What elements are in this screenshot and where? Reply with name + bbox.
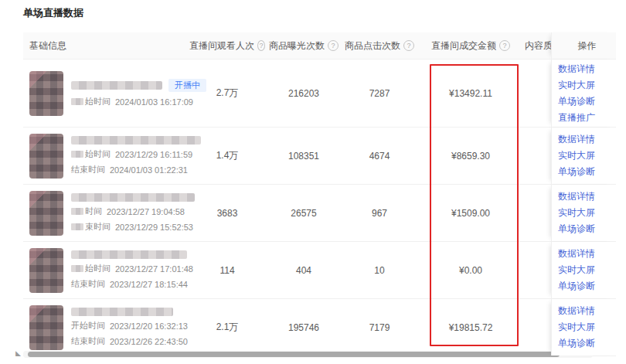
- scroll-corner-handle-icon[interactable]: ◢: [15, 349, 21, 357]
- action-link[interactable]: 实时大屏: [558, 262, 616, 278]
- table-row: 开始时间2023/12/20 16:32:13结束时间2023/12/26 22…: [23, 299, 616, 356]
- time-label: 结束时间: [71, 335, 105, 347]
- info-question-icon[interactable]: ?: [403, 40, 414, 51]
- column-header: 内容质量: [525, 32, 551, 59]
- live-data-page: 单场直播数据 基础信息直播间观看人次?商品曝光次数?商品点击次数?直播间成交金额…: [0, 0, 626, 364]
- live-cover-thumbnail: [29, 191, 63, 236]
- time-label: 始时间: [85, 96, 111, 107]
- action-link[interactable]: 数据详情: [558, 61, 616, 77]
- table-row: 始时间2023/12/27 17:01:48结束时间2023/12/27 18:…: [23, 242, 616, 299]
- time-value: 2024/01/03 16:17:09: [115, 97, 193, 107]
- action-link[interactable]: 直播推广: [558, 110, 616, 126]
- session-time-line: 开始时间2023/12/20 16:32:13: [71, 320, 188, 332]
- column-header: 商品曝光次数?: [265, 32, 342, 59]
- action-link[interactable]: 单场诊断: [558, 221, 616, 237]
- action-link[interactable]: 数据详情: [558, 246, 616, 262]
- views-value: 2.7万: [189, 60, 265, 127]
- row-actions-cell: 数据详情实时大屏单场诊断: [551, 128, 616, 184]
- clicks-value: 4674: [342, 128, 417, 184]
- time-label: 束时间: [85, 221, 111, 233]
- column-header: 直播间成交金额?: [417, 32, 525, 59]
- session-info-lines: 始时间2023/12/29 16:11:59结束时间2024/01/03 01:…: [71, 136, 201, 175]
- column-header-label: 基础信息: [29, 39, 66, 53]
- column-header: 操作: [551, 32, 616, 59]
- table-row: 开播中 始时间2024/01/03 16:17:09 2.7万 216203 7…: [23, 60, 616, 128]
- session-info-lines: 开播中 始时间2024/01/03 16:17:09: [71, 79, 206, 107]
- live-cover-thumbnail: [29, 305, 63, 350]
- action-link[interactable]: 实时大屏: [558, 148, 616, 164]
- content-quality-cell: [525, 299, 551, 355]
- table-row: 始时间2023/12/29 16:11:59结束时间2024/01/03 01:…: [23, 128, 616, 185]
- gmv-value: ¥19815.72: [417, 299, 525, 355]
- action-link[interactable]: 单场诊断: [558, 164, 616, 180]
- column-header: 基础信息: [23, 32, 189, 59]
- row-actions-cell: 数据详情实时大屏单场诊断: [551, 185, 616, 241]
- blurred-label-fragment: [71, 223, 83, 230]
- session-title-line: [71, 250, 193, 259]
- info-question-icon[interactable]: ?: [328, 40, 339, 51]
- table-row: 时间2023/12/27 19:04:58束时间2023/12/29 15:52…: [23, 185, 616, 242]
- blurred-label-fragment: [71, 98, 83, 105]
- action-link[interactable]: 实时大屏: [558, 77, 616, 94]
- action-link[interactable]: 单场诊断: [558, 94, 616, 110]
- content-quality-cell: [525, 185, 551, 241]
- time-value: 2023/12/29 15:52:53: [115, 223, 193, 232]
- clicks-value: 7179: [342, 299, 417, 355]
- time-value: 2023/12/27 17:01:48: [115, 264, 193, 274]
- time-value: 2023/12/29 16:11:59: [115, 150, 192, 159]
- time-label: 始时间: [85, 263, 111, 274]
- time-value: 2024/01/03 01:22:31: [110, 165, 188, 175]
- session-title-line: [71, 193, 195, 202]
- blurred-session-title: [71, 308, 173, 316]
- action-link[interactable]: 数据详情: [558, 131, 616, 148]
- action-link[interactable]: 数据详情: [558, 189, 616, 205]
- horizontal-scrollbar-thumb[interactable]: [28, 352, 560, 357]
- clicks-value: 10: [342, 242, 417, 298]
- table-body: 开播中 始时间2024/01/03 16:17:09 2.7万 216203 7…: [23, 60, 616, 356]
- time-value: 2023/12/27 18:15:44: [110, 280, 188, 289]
- session-info-cell: 始时间2023/12/27 17:01:48结束时间2023/12/27 18:…: [23, 242, 189, 298]
- gmv-value: ¥0.00: [417, 242, 525, 298]
- exposure-value: 404: [265, 242, 342, 298]
- time-label: 结束时间: [71, 164, 105, 175]
- time-value: 2023/12/20 16:32:13: [110, 321, 188, 331]
- action-link[interactable]: 实时大屏: [558, 319, 616, 335]
- time-label: 开始时间: [71, 320, 105, 332]
- column-header-label: 直播间观看人次: [189, 39, 254, 53]
- session-time-line: 结束时间2023/12/26 22:43:50: [71, 335, 188, 347]
- session-info-lines: 时间2023/12/27 19:04:58束时间2023/12/29 15:52…: [71, 193, 195, 233]
- live-cover-thumbnail: [29, 248, 63, 293]
- session-time-line: 时间2023/12/27 19:04:58: [71, 206, 195, 217]
- blurred-session-title: [71, 81, 162, 90]
- action-link[interactable]: 单场诊断: [558, 335, 616, 352]
- action-link[interactable]: 实时大屏: [558, 205, 616, 221]
- info-question-icon[interactable]: ?: [499, 40, 510, 51]
- action-link[interactable]: 数据详情: [558, 303, 616, 319]
- session-info-cell: 开始时间2023/12/20 16:32:13结束时间2023/12/26 22…: [23, 299, 189, 355]
- live-sessions-table: 基础信息直播间观看人次?商品曝光次数?商品点击次数?直播间成交金额?内容质量操作…: [23, 32, 616, 356]
- page-title: 单场直播数据: [23, 6, 83, 20]
- blurred-label-fragment: [71, 208, 83, 215]
- clicks-value: 7287: [342, 60, 417, 127]
- blurred-label-fragment: [71, 265, 83, 272]
- time-value: 2023/12/26 22:43:50: [110, 337, 188, 346]
- row-actions-cell: 数据详情实时大屏单场诊断直播推广: [551, 60, 616, 127]
- exposure-value: 108351: [265, 128, 342, 184]
- column-header-label: 内容质量: [525, 39, 551, 53]
- exposure-value: 26575: [265, 185, 342, 241]
- action-link[interactable]: 单场诊断: [558, 278, 616, 294]
- column-header-label: 操作: [578, 39, 597, 53]
- session-title-line: 开播中: [71, 79, 206, 92]
- session-time-line: 始时间2024/01/03 16:17:09: [71, 96, 206, 107]
- column-header-label: 直播间成交金额: [431, 39, 496, 53]
- info-question-icon[interactable]: ?: [257, 40, 265, 51]
- time-label: 始时间: [85, 148, 111, 160]
- row-actions-cell: 数据详情实时大屏单场诊断: [551, 242, 616, 298]
- time-label: 时间: [85, 206, 102, 217]
- column-header: 直播间观看人次?: [189, 32, 265, 59]
- session-info-cell: 时间2023/12/27 19:04:58束时间2023/12/29 15:52…: [23, 185, 189, 241]
- session-info-cell: 始时间2023/12/29 16:11:59结束时间2024/01/03 01:…: [23, 128, 189, 184]
- gmv-value: ¥13492.11: [417, 60, 525, 127]
- session-title-line: [71, 136, 201, 145]
- blurred-session-title: [71, 193, 195, 202]
